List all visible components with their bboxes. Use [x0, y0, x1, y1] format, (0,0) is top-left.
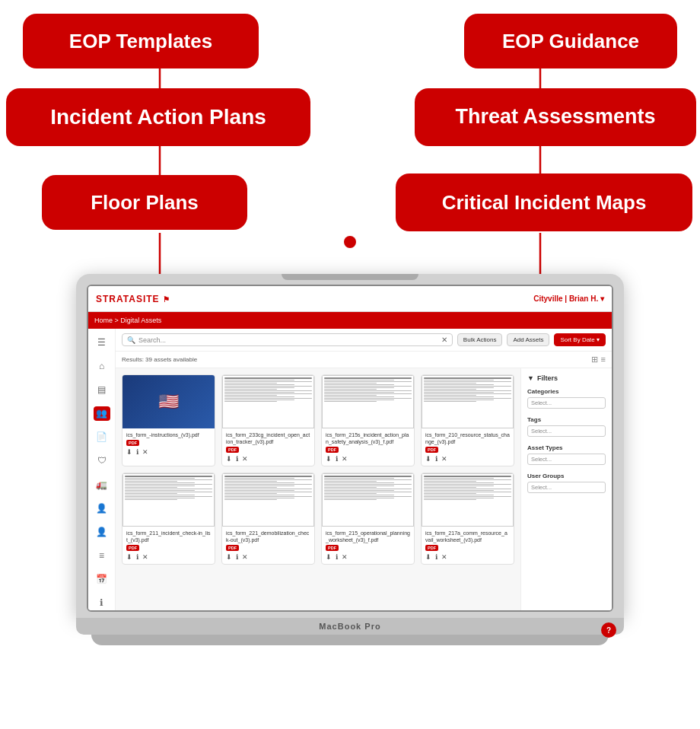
- asset-actions: ⬇ ℹ ✕: [126, 553, 211, 561]
- asset-actions: ⬇ ℹ ✕: [326, 455, 410, 463]
- delete-icon[interactable]: ✕: [242, 553, 248, 561]
- app-main: ☰ ⌂ ▤ 👥 📄 🛡 🚛 👤 👤 ≡ 📅 ℹ: [88, 329, 612, 610]
- asset-grid-area: 🇺🇸 ics_form_-instructions_(v3).pdf PDF: [116, 368, 520, 610]
- asset-name: ics_form_-instructions_(v3).pdf: [126, 431, 211, 438]
- info-icon[interactable]: ℹ: [435, 553, 438, 561]
- diagram-area: EOP Templates Incident Action Plans Floo…: [0, 0, 700, 304]
- asset-actions: ⬇ ℹ ✕: [425, 553, 510, 561]
- download-icon[interactable]: ⬇: [126, 553, 132, 561]
- laptop-body: STRATASITE ⚑ Cityville | Brian H. ▾ Home…: [76, 274, 624, 618]
- info-icon[interactable]: ℹ: [435, 455, 438, 463]
- download-icon[interactable]: ⬇: [226, 553, 232, 561]
- sidebar-icon-info[interactable]: ℹ: [94, 596, 110, 610]
- info-icon[interactable]: ℹ: [136, 448, 138, 456]
- sidebar-icon-person2[interactable]: 👤: [94, 524, 110, 539]
- doc-preview: [222, 473, 314, 527]
- asset-info: ics_form_-instructions_(v3).pdf PDF ⬇ ℹ: [123, 428, 215, 459]
- sidebar-icon-truck[interactable]: 🚛: [94, 477, 110, 492]
- info-icon[interactable]: ℹ: [336, 455, 338, 463]
- download-icon[interactable]: ⬇: [425, 553, 431, 561]
- content-body: 🇺🇸 ics_form_-instructions_(v3).pdf PDF: [116, 368, 612, 610]
- asset-card: ics_form_210_resource_status_change_(v3)…: [421, 374, 514, 466]
- pdf-badge: PDF: [425, 447, 438, 453]
- sidebar-icon-document[interactable]: 📄: [94, 430, 110, 444]
- delete-icon[interactable]: ✕: [441, 553, 447, 561]
- doc-preview: [422, 473, 514, 527]
- app-topbar: STRATASITE ⚑ Cityville | Brian H. ▾: [88, 286, 612, 312]
- filter-label: Categories: [527, 388, 606, 395]
- asset-name: ics_form_210_resource_status_change_(v3)…: [425, 431, 510, 445]
- asset-info: ics_form_215_operational_planning_worksh…: [322, 527, 414, 564]
- filter-tags-select[interactable]: Select...: [527, 425, 606, 437]
- download-icon[interactable]: ⬇: [326, 455, 332, 463]
- asset-card: ics_form_221_demobilization_check-out_(v…: [221, 473, 315, 565]
- breadcrumb: Home > Digital Assets: [94, 317, 161, 324]
- asset-type: PDF: [126, 440, 211, 446]
- filters-panel: ▼ Filters Categories Select...: [520, 368, 612, 610]
- filter-icon: ▼: [527, 374, 534, 382]
- doc-preview: [123, 473, 215, 527]
- info-icon[interactable]: ℹ: [236, 553, 238, 561]
- download-icon[interactable]: ⬇: [326, 553, 332, 561]
- add-assets-button[interactable]: Add Assets: [507, 333, 549, 346]
- asset-card: ics_form_215_operational_planning_worksh…: [321, 473, 415, 565]
- search-clear-button[interactable]: ✕: [441, 336, 447, 344]
- app-content: 🔍 Search... ✕ Bulk Actions Add Assets So…: [116, 329, 612, 610]
- sort-button[interactable]: Sort By Date ▾: [554, 333, 606, 346]
- pdf-badge: PDF: [126, 545, 139, 551]
- filter-group-user-groups: User Groups Select...: [527, 473, 606, 493]
- laptop-screen: STRATASITE ⚑ Cityville | Brian H. ▾ Home…: [87, 285, 613, 612]
- sidebar-icon-folder[interactable]: ▤: [94, 382, 110, 396]
- list-view-icon[interactable]: ≡: [601, 355, 606, 364]
- filter-asset-types-select[interactable]: Select...: [527, 454, 606, 465]
- asset-info: ics_form_210_resource_status_change_(v3)…: [422, 428, 514, 466]
- asset-actions: ⬇ ℹ ✕: [326, 553, 410, 561]
- app-logo: STRATASITE ⚑: [96, 294, 170, 304]
- sidebar-icon-list[interactable]: ≡: [94, 549, 110, 563]
- pill-eop-templates: EOP Templates: [23, 14, 259, 68]
- pdf-badge: PDF: [326, 545, 339, 551]
- asset-actions: ⬇ ℹ ✕: [425, 455, 510, 463]
- bulk-actions-button[interactable]: Bulk Actions: [457, 333, 503, 346]
- delete-icon[interactable]: ✕: [142, 448, 148, 456]
- doc-preview: [322, 473, 414, 527]
- filter-group-categories: Categories Select...: [527, 388, 606, 409]
- asset-thumbnail: [322, 473, 414, 527]
- info-icon[interactable]: ℹ: [236, 455, 238, 463]
- sidebar-icon-shield[interactable]: 🛡: [94, 454, 110, 468]
- search-placeholder: Search...: [138, 336, 166, 344]
- asset-thumbnail: [222, 375, 314, 428]
- laptop-foot: [91, 635, 609, 645]
- asset-actions: ⬇ ℹ ✕: [126, 448, 211, 456]
- asset-thumbnail: [422, 375, 514, 428]
- asset-info: ics_form_217a_comm_resource_avail_worksh…: [422, 527, 514, 564]
- asset-name: ics_form_221_demobilization_check-out_(v…: [226, 530, 310, 543]
- asset-card: ics_form_215s_incident_action_plan_safet…: [321, 374, 415, 466]
- logo-icon: ⚑: [163, 295, 170, 304]
- info-icon[interactable]: ℹ: [136, 553, 138, 561]
- sidebar-icon-calendar[interactable]: 📅: [94, 572, 110, 587]
- search-box[interactable]: 🔍 Search... ✕: [122, 333, 453, 346]
- download-icon[interactable]: ⬇: [425, 455, 431, 463]
- info-icon[interactable]: ℹ: [336, 553, 338, 561]
- delete-icon[interactable]: ✕: [142, 553, 148, 561]
- download-icon[interactable]: ⬇: [126, 448, 132, 456]
- delete-icon[interactable]: ✕: [342, 553, 348, 561]
- sidebar-icon-person[interactable]: 👤: [94, 501, 110, 515]
- download-icon[interactable]: ⬇: [226, 455, 232, 463]
- filter-categories-select[interactable]: Select...: [527, 397, 606, 409]
- pill-cim: Critical Incident Maps: [396, 173, 692, 231]
- app-redbar: Home > Digital Assets: [88, 312, 612, 329]
- app-container: STRATASITE ⚑ Cityville | Brian H. ▾ Home…: [88, 286, 612, 610]
- grid-view-icon[interactable]: ⊞: [591, 355, 598, 364]
- delete-icon[interactable]: ✕: [342, 455, 348, 463]
- filter-user-groups-select[interactable]: Select...: [527, 482, 606, 493]
- sidebar-icon-home[interactable]: ⌂: [94, 358, 110, 373]
- sidebar-icon-menu[interactable]: ☰: [94, 335, 110, 349]
- delete-icon[interactable]: ✕: [441, 455, 447, 463]
- delete-icon[interactable]: ✕: [242, 455, 248, 463]
- pdf-badge: PDF: [126, 440, 139, 446]
- sidebar-icon-users[interactable]: 👥: [94, 406, 110, 421]
- pill-floor-plans: Floor Plans: [42, 175, 247, 230]
- doc-preview: [222, 375, 314, 428]
